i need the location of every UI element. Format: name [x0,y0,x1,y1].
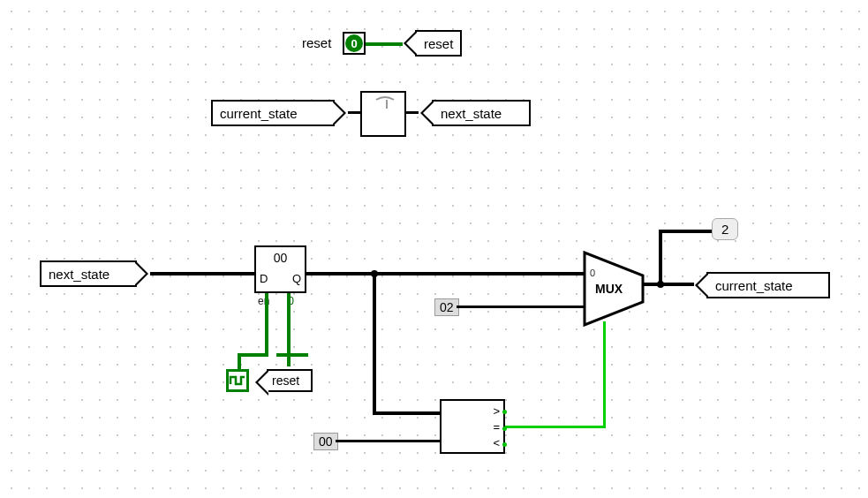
register-value: 00 [256,251,305,265]
wire-reg-to-mux [306,272,585,275]
led-value: 0 [345,34,363,52]
const-02[interactable]: 02 [434,298,459,316]
compare-gt-port [502,410,507,414]
clock-terminal[interactable] [226,369,249,392]
diagram-canvas: { "blocks": { "reset_label": "reset", "r… [0,0,868,498]
compare-block[interactable]: > = < [440,399,505,454]
tag-next-state-top-label: next_state [441,106,502,121]
wire-en-v2 [238,353,241,371]
wire-en-v [265,293,268,355]
tag-next-state-top[interactable]: next_state [432,100,531,126]
compare-eq: = [493,420,500,434]
compare-lt: < [493,436,500,449]
wire-02-to-mux [457,306,585,308]
register-block[interactable]: 00 D Q en 0 [254,245,306,293]
compare-lt-port [502,442,507,447]
compare-eq-port [502,426,507,431]
wire-mux-sel-v [603,321,606,427]
wire-ns-to-reg [150,272,254,275]
wire-reset-T-h [276,353,308,357]
mux-label: MUX [595,282,623,296]
const-02-value: 02 [440,300,454,314]
wire-to-const2-h [659,230,712,233]
const-00[interactable]: 00 [313,433,338,450]
wire-junction-down [373,272,376,413]
tag-next-state-left-label: next_state [49,267,109,282]
mux-sel-label: 0 [590,268,595,278]
wire-cs-to-delay [348,111,360,114]
led-indicator: 0 [343,32,366,55]
register-q-port: Q [292,272,301,285]
wire-00-to-compare [336,440,442,442]
mux-block[interactable]: 0 MUX [583,253,645,324]
const-two-value: 2 [721,222,728,237]
delay-icon [362,93,408,139]
wire-reset-led [366,42,403,46]
tag-current-state-right-label: current_state [715,278,793,293]
wire-mux-to-const2 [659,231,662,284]
reset-label-text: reset [302,35,331,50]
tag-next-state-left[interactable]: next_state [40,260,137,287]
tag-reset-top[interactable]: reset [415,30,462,57]
wire-mux-sel-h [505,426,606,428]
wire-delay-to-ns [406,111,419,114]
wire-en-h [238,353,268,357]
const-00-value: 00 [319,434,333,449]
wire-mux-out [643,283,694,286]
tag-reset-bottom-label: reset [272,374,299,388]
tag-reset-bottom[interactable]: reset [267,369,313,392]
compare-gt: > [493,404,500,418]
wire-to-compare-top [373,411,442,415]
clock-icon [229,372,246,389]
tag-current-state-right[interactable]: current_state [706,272,830,298]
unit-delay-block[interactable] [360,91,406,137]
tag-current-state-top[interactable]: current_state [211,100,335,126]
tag-current-state-top-label: current_state [220,106,298,121]
tag-reset-top-label: reset [424,36,453,51]
const-two[interactable]: 2 [712,218,738,240]
register-d-port: D [260,272,268,285]
